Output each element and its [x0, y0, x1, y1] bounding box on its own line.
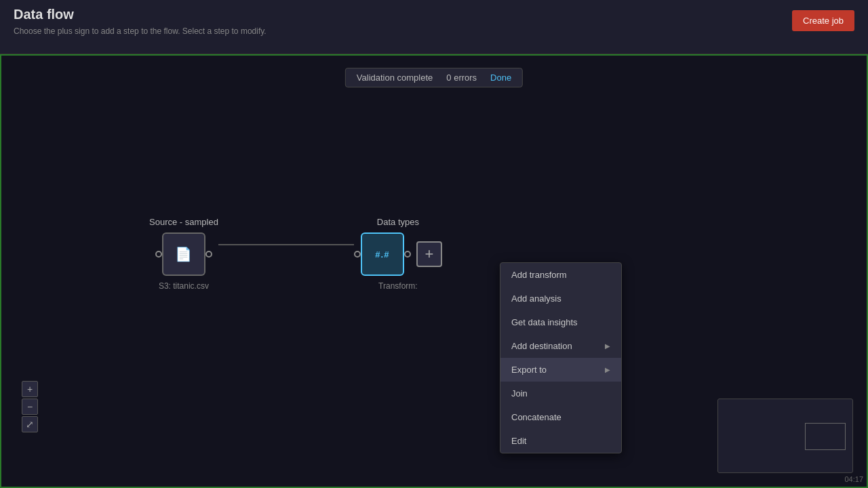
menu-item-concatenate[interactable]: Concatenate: [500, 405, 621, 429]
menu-item-join[interactable]: Join: [500, 382, 621, 405]
source-node-sublabel: S3: titanic.csv: [159, 281, 209, 291]
validation-status: Validation complete: [357, 73, 433, 83]
menu-item-edit[interactable]: Edit: [500, 429, 621, 453]
transform-left-dot: [354, 251, 361, 258]
app-header: Data flow Choose the plus sign to add a …: [0, 0, 868, 54]
flow-canvas: Validation complete 0 errors Done Source…: [0, 54, 868, 488]
source-node-box[interactable]: 📄: [162, 232, 205, 276]
source-node-group: Source - sampled 📄 S3: titanic.csv: [149, 217, 218, 291]
timestamp: 04:17: [844, 475, 863, 483]
create-job-button[interactable]: Create job: [792, 10, 854, 31]
page-subtitle: Choose the plus sign to add a step to th…: [14, 26, 267, 36]
menu-item-get-data-insights[interactable]: Get data insights: [500, 310, 621, 334]
source-right-dot: [205, 251, 212, 258]
menu-item-add-analysis[interactable]: Add analysis: [500, 287, 621, 310]
connector-line-1: [218, 244, 354, 245]
zoom-fit-button[interactable]: ⤢: [22, 416, 38, 432]
menu-item-add-destination[interactable]: Add destination ▶: [500, 334, 621, 358]
plus-icon: +: [425, 245, 433, 263]
transform-node-box[interactable]: #.#: [361, 232, 404, 276]
zoom-in-button[interactable]: +: [22, 381, 38, 397]
add-step-button[interactable]: +: [416, 241, 442, 267]
source-node-label: Source - sampled: [149, 217, 218, 227]
menu-item-export-to[interactable]: Export to ▶: [500, 358, 621, 382]
add-destination-chevron: ▶: [605, 342, 610, 350]
export-to-chevron: ▶: [605, 366, 610, 373]
transform-connector: #.# +: [354, 232, 442, 276]
validation-bar: Validation complete 0 errors Done: [345, 68, 523, 87]
validation-errors: 0 errors: [446, 73, 477, 83]
transform-node-label: Data types: [377, 217, 419, 227]
flow-line-1: [218, 244, 354, 245]
mini-map-viewport: [805, 423, 846, 450]
source-left-dot: [155, 251, 162, 258]
flow-area: Source - sampled 📄 S3: titanic.csv Data …: [149, 217, 442, 291]
transform-node-group: Data types #.# + Transform:: [354, 217, 442, 291]
page-title: Data flow: [14, 7, 267, 22]
mini-map: [717, 399, 853, 473]
zoom-controls: + − ⤢: [22, 381, 38, 432]
transform-node-sublabel: Transform:: [378, 281, 418, 291]
source-node-icon: 📄: [175, 246, 192, 262]
menu-item-add-transform[interactable]: Add transform: [500, 263, 621, 287]
source-connector: 📄: [155, 232, 212, 276]
transform-right-dot: [404, 251, 411, 258]
header-left: Data flow Choose the plus sign to add a …: [14, 7, 267, 36]
transform-node-icon: #.#: [375, 249, 389, 260]
context-menu: Add transform Add analysis Get data insi…: [500, 262, 622, 453]
zoom-out-button[interactable]: −: [22, 399, 38, 415]
validation-done-button[interactable]: Done: [490, 73, 511, 83]
